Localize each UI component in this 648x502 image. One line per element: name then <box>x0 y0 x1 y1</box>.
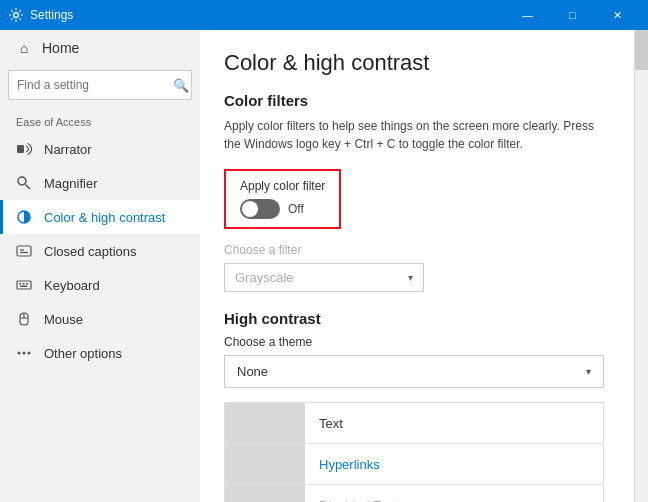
home-icon: ⌂ <box>16 40 32 56</box>
scrollbar-thumb[interactable] <box>635 30 648 70</box>
preview-row-text: Text <box>225 403 603 443</box>
svg-point-17 <box>28 352 31 355</box>
titlebar-title: Settings <box>30 8 505 22</box>
other-options-icon <box>16 345 32 361</box>
preview-disabled-label: Disabled Text <box>305 498 411 503</box>
svg-rect-10 <box>23 283 25 285</box>
preview-text-label: Text <box>305 416 357 431</box>
scrollbar[interactable] <box>634 30 648 502</box>
choose-theme-label: Choose a theme <box>224 335 610 349</box>
theme-preview: Text Hyperlinks Disabled Text Selected T… <box>224 402 604 502</box>
closed-captions-label: Closed captions <box>44 244 137 259</box>
apply-filter-label: Apply color filter <box>240 179 325 193</box>
page-title: Color & high contrast <box>224 50 610 76</box>
svg-line-3 <box>26 185 31 190</box>
color-high-contrast-label: Color & high contrast <box>44 210 165 225</box>
apply-filter-toggle[interactable] <box>240 199 280 219</box>
home-label: Home <box>42 40 79 56</box>
sidebar-section-label: Ease of Access <box>0 108 200 132</box>
sidebar-item-home[interactable]: ⌂ Home <box>0 30 200 66</box>
svg-rect-11 <box>26 283 28 285</box>
magnifier-label: Magnifier <box>44 176 97 191</box>
choose-filter-label: Choose a filter <box>224 243 610 257</box>
high-contrast-title: High contrast <box>224 310 610 327</box>
sidebar-item-magnifier[interactable]: Magnifier <box>0 166 200 200</box>
narrator-label: Narrator <box>44 142 92 157</box>
sidebar-item-mouse[interactable]: Mouse <box>0 302 200 336</box>
main-content: Color & high contrast Color filters Appl… <box>200 30 634 502</box>
svg-point-2 <box>18 177 26 185</box>
preview-swatch-text <box>225 403 305 443</box>
titlebar: Settings — □ ✕ <box>0 0 648 30</box>
filter-dropdown[interactable]: Grayscale ▾ <box>224 263 424 292</box>
svg-rect-1 <box>17 145 24 153</box>
color-icon <box>16 209 32 225</box>
svg-rect-5 <box>17 246 31 256</box>
preview-row-hyperlinks: Hyperlinks <box>225 444 603 484</box>
svg-rect-8 <box>17 281 31 289</box>
captions-icon <box>16 243 32 259</box>
search-input[interactable] <box>17 78 167 92</box>
filter-dropdown-value: Grayscale <box>235 270 294 285</box>
svg-point-15 <box>23 352 26 355</box>
narrator-icon <box>16 141 32 157</box>
sidebar-item-color-high-contrast[interactable]: Color & high contrast <box>0 200 200 234</box>
other-options-label: Other options <box>44 346 122 361</box>
toggle-state-label: Off <box>288 202 304 216</box>
svg-rect-12 <box>20 286 27 288</box>
sidebar-item-other-options[interactable]: Other options <box>0 336 200 370</box>
color-filters-title: Color filters <box>224 92 610 109</box>
app-body: ⌂ Home 🔍 Ease of Access Narrator Magnifi… <box>0 30 648 502</box>
mouse-label: Mouse <box>44 312 83 327</box>
mouse-icon <box>16 311 32 327</box>
apply-color-filter-box: Apply color filter Off <box>224 169 341 229</box>
keyboard-icon <box>16 277 32 293</box>
toggle-row: Off <box>240 199 325 219</box>
svg-point-0 <box>14 13 19 18</box>
close-button[interactable]: ✕ <box>595 0 640 30</box>
svg-point-16 <box>18 352 21 355</box>
keyboard-label: Keyboard <box>44 278 100 293</box>
theme-dropdown-arrow: ▾ <box>586 366 591 377</box>
sidebar-item-keyboard[interactable]: Keyboard <box>0 268 200 302</box>
color-filters-section: Color filters Apply color filters to hel… <box>224 92 610 292</box>
sidebar-item-narrator[interactable]: Narrator <box>0 132 200 166</box>
search-icon: 🔍 <box>173 78 189 93</box>
magnifier-icon <box>16 175 32 191</box>
search-box[interactable]: 🔍 <box>8 70 192 100</box>
preview-hyperlinks-label: Hyperlinks <box>305 457 394 472</box>
preview-swatch-disabled <box>225 485 305 502</box>
minimize-button[interactable]: — <box>505 0 550 30</box>
preview-swatch-hyperlinks <box>225 444 305 484</box>
titlebar-controls: — □ ✕ <box>505 0 640 30</box>
svg-rect-9 <box>19 283 21 285</box>
color-filters-description: Apply color filters to help see things o… <box>224 117 604 153</box>
maximize-button[interactable]: □ <box>550 0 595 30</box>
theme-dropdown-value: None <box>237 364 268 379</box>
toggle-knob <box>242 201 258 217</box>
preview-row-disabled: Disabled Text <box>225 485 603 502</box>
theme-dropdown[interactable]: None ▾ <box>224 355 604 388</box>
settings-icon <box>8 7 24 23</box>
sidebar-item-closed-captions[interactable]: Closed captions <box>0 234 200 268</box>
filter-dropdown-arrow: ▾ <box>408 272 413 283</box>
sidebar: ⌂ Home 🔍 Ease of Access Narrator Magnifi… <box>0 30 200 502</box>
high-contrast-section: High contrast Choose a theme None ▾ Text… <box>224 310 610 502</box>
